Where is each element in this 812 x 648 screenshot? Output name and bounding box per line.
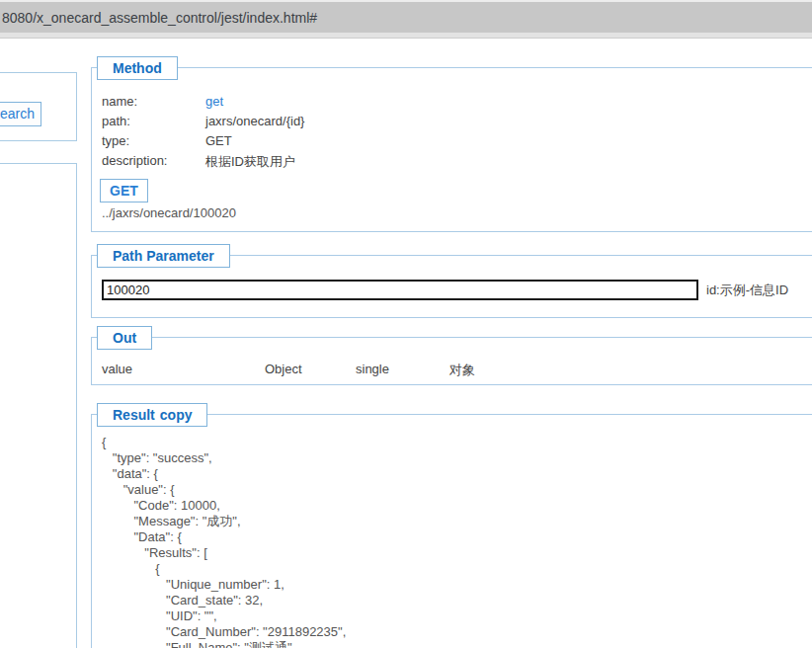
out-section-legend: Out [97,326,152,350]
out-name-cell: value [102,362,265,379]
result-copy-button[interactable]: copy [160,407,193,423]
method-section-legend: Method [97,56,178,80]
address-url-text[interactable]: 8080/x_onecard_assemble_control/jest/ind… [0,2,812,26]
method-name-label: name: [102,94,205,114]
method-name-row: name: get [102,94,812,114]
method-properties: name: get path: jaxrs/onecard/{id} type:… [102,94,812,173]
out-description-cell: 对象 [449,362,475,379]
out-section: Out value Object single 对象 [91,337,812,385]
method-section: Method name: get path: jaxrs/onecard/{id… [91,67,812,232]
invoke-url-text: ../jaxrs/onecard/100020 [102,205,812,220]
invoke-get-button[interactable]: GET [100,179,148,202]
browser-bar-divider [0,33,812,39]
out-type-cell: Object [265,362,356,379]
result-section-legend: Resultcopy [97,403,207,427]
method-description-value: 根据ID获取用户 [205,153,295,173]
method-type-label: type: [102,133,205,153]
method-name-value[interactable]: get [205,94,223,114]
method-description-label: description: [102,153,205,173]
method-description-row: description: 根据ID获取用户 [102,153,812,173]
out-cardinality-cell: single [356,362,449,379]
path-parameter-section: Path Parameter id:示例-信息ID [91,255,812,318]
method-path-label: path: [102,114,205,133]
left-method-list-panel [0,163,77,648]
result-legend-label: Result [113,407,155,423]
search-button[interactable]: earch [0,102,41,126]
path-parameter-row: id:示例-信息ID [102,280,812,300]
out-table-row: value Object single 对象 [102,362,812,379]
method-type-row: type: GET [102,133,812,153]
browser-address-bar[interactable]: 8080/x_onecard_assemble_control/jest/ind… [0,0,812,33]
method-type-value: GET [205,133,232,153]
method-path-row: path: jaxrs/onecard/{id} [102,114,812,133]
method-path-value: jaxrs/onecard/{id} [205,114,304,133]
path-parameter-hint: id:示例-信息ID [706,282,788,299]
result-json-output: { "type": "success", "data": { "value": … [102,435,812,648]
result-section: Resultcopy { "type": "success", "data": … [91,414,812,648]
path-parameter-section-legend: Path Parameter [97,244,230,268]
path-parameter-id-input[interactable] [102,280,698,300]
